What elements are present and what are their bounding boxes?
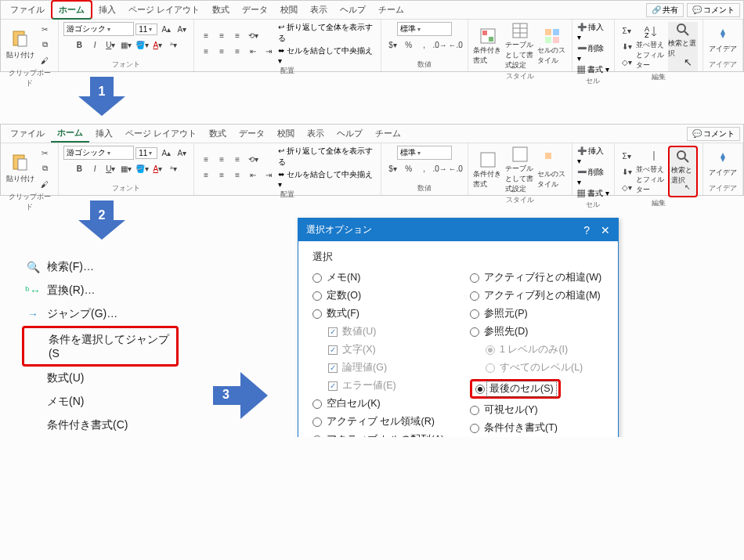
autosum-button[interactable]: Σ▾ (619, 24, 634, 38)
radio-row-diff[interactable]: アクティブ行との相違(W) (470, 269, 604, 287)
tab-review[interactable]: 校閲 (274, 2, 304, 18)
share-button[interactable]: 🔗 共有 (646, 3, 684, 17)
clr2[interactable]: ◇▾ (619, 180, 634, 194)
font-name-combo-2[interactable]: 游ゴシック (63, 146, 134, 160)
align-bottom-button[interactable]: ≡ (230, 29, 244, 43)
font-size-combo-2[interactable]: 11 (135, 147, 157, 159)
cs-2[interactable]: セルのスタイル (537, 151, 567, 190)
radio-constants[interactable]: 定数(O) (312, 287, 446, 305)
format-as-table-button[interactable]: テーブルとして書式設定 (505, 22, 535, 70)
decrease-font-2[interactable]: A▾ (175, 146, 189, 160)
tab-file[interactable]: ファイル (4, 2, 51, 18)
radio-condformat[interactable]: 条件付き書式(T) (470, 419, 604, 437)
radio-blanks[interactable]: 空白セル(K) (312, 395, 446, 413)
tab-view-2[interactable]: 表示 (301, 125, 330, 142)
menu-goto-special[interactable]: 条件を選択してジャンプ(S (22, 326, 179, 367)
clear-button[interactable]: ◇▾ (619, 56, 634, 70)
fill-color-button[interactable]: 🪣▾ (135, 38, 149, 52)
wrap-text-button[interactable]: ↩ 折り返して全体を表示する (278, 22, 375, 44)
radio-current-array[interactable]: アクティブ セルの配列(A) (312, 431, 446, 437)
decrease-font-button[interactable]: A▾ (175, 22, 189, 36)
comment-button[interactable]: 💬 コメント (687, 3, 740, 17)
number-format-combo[interactable]: 標準 (397, 22, 452, 36)
insert-cells-button[interactable]: ➕ 挿入 ▾ (577, 22, 609, 42)
tab-insert[interactable]: 挿入 (92, 2, 122, 18)
border-2[interactable]: ▦▾ (119, 161, 133, 175)
at[interactable]: ≡ (199, 153, 213, 167)
orient[interactable]: ⟲▾ (246, 153, 260, 167)
increase-font-2[interactable]: A▴ (159, 146, 173, 160)
am[interactable]: ≡ (215, 153, 229, 167)
radio-visible[interactable]: 可視セル(Y) (470, 401, 604, 419)
tab-page-layout[interactable]: ページ レイアウト (122, 2, 206, 18)
idc2[interactable]: .0→ (433, 161, 447, 175)
dec-decimal-button[interactable]: ←.0 (449, 38, 463, 52)
align-right-button[interactable]: ≡ (230, 45, 244, 59)
ideas-2[interactable]: アイデア (708, 151, 738, 178)
ar[interactable]: ≡ (230, 168, 244, 182)
increase-font-button[interactable]: A▴ (159, 22, 173, 36)
copy-button[interactable]: ⧉ (38, 38, 52, 52)
fillcolor-2[interactable]: 🪣▾ (135, 161, 149, 175)
merge-2[interactable]: ⬌ セルを結合して中央揃え ▾ (278, 169, 375, 189)
tab-view[interactable]: 表示 (304, 2, 334, 18)
sort-2[interactable]: 並べ替えとフィルター (636, 148, 666, 195)
delete-cells-button[interactable]: ➖ 削除 ▾ (577, 43, 609, 63)
tab-help-2[interactable]: ヘルプ (330, 125, 369, 142)
conditional-format-button[interactable]: 条件付き書式 (473, 27, 503, 66)
phonetic-2[interactable]: ᵃ▾ (166, 161, 180, 175)
ideas-button[interactable]: アイデア (708, 27, 738, 54)
underline-2[interactable]: U▾ (103, 161, 117, 175)
fill2[interactable]: ⬇▾ (619, 164, 634, 179)
cut-button[interactable]: ✂ (38, 22, 52, 36)
tab-review-2[interactable]: 校閲 (271, 125, 301, 142)
tab-data[interactable]: データ (236, 2, 274, 18)
dialog-help-button[interactable]: ? (583, 224, 590, 237)
tab-team[interactable]: チーム (372, 2, 410, 18)
wrap-2[interactable]: ↩ 折り返して全体を表示する (278, 146, 375, 168)
phonetic-button[interactable]: ᵃ▾ (166, 38, 180, 52)
numfmt-2[interactable]: 標準 (397, 146, 452, 160)
radio-last-cell-input[interactable] (475, 385, 485, 394)
inc-decimal-button[interactable]: .0→ (433, 38, 447, 52)
font-name-combo[interactable]: 游ゴシック (63, 22, 134, 36)
tab-help[interactable]: ヘルプ (334, 2, 372, 18)
tbl-2[interactable]: テーブルとして書式設定 (505, 146, 535, 194)
bold-2[interactable]: B (72, 161, 86, 175)
indent-dec-button[interactable]: ⇤ (246, 45, 260, 59)
fmt2[interactable]: ▦ 書式 ▾ (577, 188, 609, 199)
copy-button-2[interactable]: ⧉ (38, 161, 52, 175)
italic-2[interactable]: I (88, 161, 102, 175)
radio-precedents[interactable]: 参照元(P) (470, 305, 604, 323)
sum2[interactable]: Σ▾ (619, 149, 634, 163)
align-left-button[interactable]: ≡ (199, 45, 213, 59)
comma-button[interactable]: , (417, 38, 432, 52)
align-middle-button[interactable]: ≡ (215, 29, 229, 43)
underline-button[interactable]: U▾ (103, 38, 117, 52)
percent-button[interactable]: % (402, 38, 416, 52)
ins2[interactable]: ➕ 挿入 ▾ (577, 146, 609, 165)
tab-insert-2[interactable]: 挿入 (89, 125, 119, 142)
currency-button[interactable]: $▾ (386, 38, 400, 52)
tab-formulas-2[interactable]: 数式 (203, 125, 233, 142)
merge-center-button[interactable]: ⬌ セルを結合して中央揃え ▾ (278, 45, 375, 65)
ab[interactable]: ≡ (230, 153, 244, 167)
cur2[interactable]: $▾ (386, 161, 400, 175)
radio-col-diff[interactable]: アクティブ列との相違(M) (470, 287, 604, 305)
format-painter-button[interactable]: 🖌 (38, 53, 52, 67)
ii[interactable]: ⇥ (262, 168, 276, 182)
com2[interactable]: , (417, 161, 432, 175)
radio-current-region[interactable]: アクティブ セル領域(R) (312, 413, 446, 431)
align-center-button[interactable]: ≡ (215, 45, 229, 59)
ddc2[interactable]: ←.0 (449, 161, 463, 175)
paste-button-2[interactable]: 貼り付け (5, 153, 35, 184)
del2[interactable]: ➖ 削除 ▾ (577, 167, 609, 186)
radio-notes[interactable]: メモ(N) (312, 269, 446, 287)
tab-file-2[interactable]: ファイル (4, 125, 51, 142)
bold-button[interactable]: B (72, 38, 86, 52)
find-select-button-2[interactable]: 検索と選択 ↖ (668, 146, 698, 197)
ac[interactable]: ≡ (215, 168, 229, 182)
tab-formulas[interactable]: 数式 (206, 2, 236, 18)
tab-data-2[interactable]: データ (233, 125, 271, 142)
tab-page-layout-2[interactable]: ページ レイアウト (119, 125, 203, 142)
